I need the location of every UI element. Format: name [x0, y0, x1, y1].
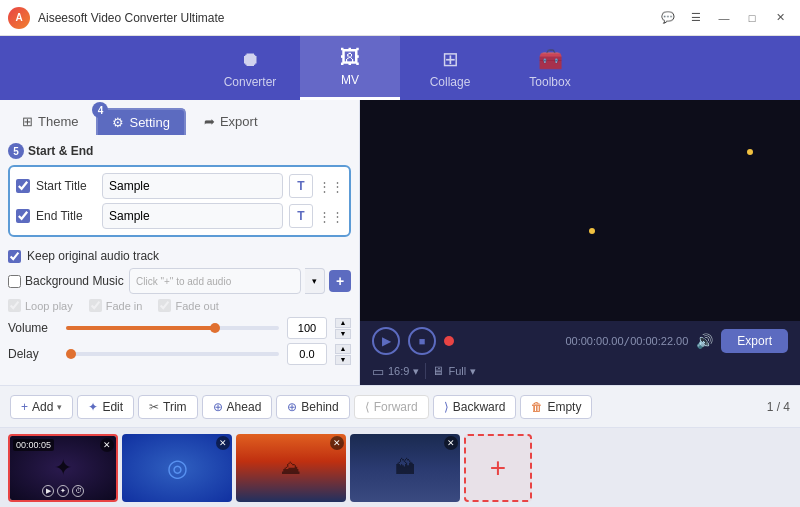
sub-tab-setting-label: Setting	[129, 115, 169, 130]
quality-value: Full	[448, 365, 466, 377]
audio-dropdown-btn[interactable]: ▾	[305, 268, 325, 294]
export-icon: ➦	[204, 114, 215, 129]
start-title-text-btn[interactable]: T	[289, 174, 313, 198]
delay-thumb[interactable]	[66, 349, 76, 359]
chat-button[interactable]: 💬	[656, 6, 680, 30]
filmstrip-thumb-1[interactable]: ✦ 00:00:05 ✕ ▶ ✦ ⏱	[8, 434, 118, 502]
menu-button[interactable]: ☰	[684, 6, 708, 30]
app-logo: A	[8, 7, 30, 29]
time-display: 00:00:00.00/00:00:22.00	[462, 335, 688, 348]
behind-icon: ⊕	[287, 400, 297, 414]
background-music-checkbox[interactable]	[8, 275, 21, 288]
sub-tab-export[interactable]: ➦ Export	[190, 109, 272, 134]
behind-label: Behind	[301, 400, 338, 414]
filmstrip-thumb-2[interactable]: ◎ ✕	[122, 434, 232, 502]
trim-icon: ✂	[149, 400, 159, 414]
end-title-checkbox[interactable]	[16, 209, 30, 223]
start-title-input[interactable]	[102, 173, 283, 199]
delay-track[interactable]	[66, 352, 279, 356]
quality-selector: 🖥 Full ▾	[432, 364, 476, 378]
film-star-dot[interactable]: ✦	[57, 485, 69, 497]
filmstrip-thumb-4[interactable]: 🏔 ✕	[350, 434, 460, 502]
film-controls-1: ▶ ✦ ⏱	[42, 485, 84, 497]
preview-dot-1	[589, 228, 595, 234]
panel-inner: 5 Start & End Start Title T ⋮⋮ End Title	[0, 135, 359, 385]
fade-out-checkbox[interactable]	[158, 299, 171, 312]
film-close-1[interactable]: ✕	[100, 438, 114, 452]
quality-chevron[interactable]: ▾	[470, 365, 476, 378]
volume-icon[interactable]: 🔊	[696, 333, 713, 349]
aspect-chevron[interactable]: ▾	[413, 365, 419, 378]
forward-button[interactable]: ⟨ Forward	[354, 395, 429, 419]
aspect-icon: ▭	[372, 364, 384, 379]
sub-tab-theme[interactable]: ⊞ Theme	[8, 109, 92, 134]
delay-down-btn[interactable]: ▼	[335, 355, 351, 365]
film-close-4[interactable]: ✕	[444, 436, 458, 450]
audio-add-button[interactable]: +	[329, 270, 351, 292]
page-indicator: 1 / 4	[767, 400, 790, 414]
trim-button[interactable]: ✂ Trim	[138, 395, 198, 419]
edit-icon: ✦	[88, 400, 98, 414]
audio-file-input[interactable]: Click "+" to add audio	[129, 268, 301, 294]
app-title: Aiseesoft Video Converter Ultimate	[38, 11, 656, 25]
section-start-end-label: Start & End	[28, 144, 93, 158]
export-preview-button[interactable]: Export	[721, 329, 788, 353]
stop-button[interactable]: ■	[408, 327, 436, 355]
loop-play-option: Loop play	[8, 299, 73, 312]
volume-down-btn[interactable]: ▼	[335, 329, 351, 339]
backward-icon: ⟩	[444, 400, 449, 414]
film-close-3[interactable]: ✕	[330, 436, 344, 450]
time-current: 00:00:00.00	[565, 335, 623, 347]
playback-row1: ▶ ■ 00:00:00.00/00:00:22.00 🔊 Export	[372, 325, 788, 357]
tab-collage[interactable]: ⊞ Collage	[400, 36, 500, 100]
maximize-button[interactable]: □	[740, 6, 764, 30]
play-button[interactable]: ▶	[372, 327, 400, 355]
volume-track[interactable]	[66, 326, 279, 330]
volume-up-btn[interactable]: ▲	[335, 318, 351, 328]
ahead-button[interactable]: ⊕ Ahead	[202, 395, 273, 419]
filmstrip-add-button[interactable]: +	[464, 434, 532, 502]
keep-original-checkbox[interactable]	[8, 250, 21, 263]
delay-up-btn[interactable]: ▲	[335, 344, 351, 354]
film-play-dot[interactable]: ▶	[42, 485, 54, 497]
close-button[interactable]: ✕	[768, 6, 792, 30]
film-close-2[interactable]: ✕	[216, 436, 230, 450]
start-title-checkbox[interactable]	[16, 179, 30, 193]
end-title-input[interactable]	[102, 203, 283, 229]
start-title-drag[interactable]: ⋮⋮	[319, 174, 343, 198]
background-music-row: Background Music Click "+" to add audio …	[8, 268, 351, 294]
sub-tab-setting[interactable]: 4 ⚙ Setting	[96, 108, 185, 135]
tab-mv[interactable]: 🖼 MV	[300, 36, 400, 100]
empty-button[interactable]: 🗑 Empty	[520, 395, 592, 419]
tab-toolbox[interactable]: 🧰 Toolbox	[500, 36, 600, 100]
edit-button[interactable]: ✦ Edit	[77, 395, 134, 419]
ahead-label: Ahead	[227, 400, 262, 414]
volume-value: 100	[287, 317, 327, 339]
end-title-text-btn[interactable]: T	[289, 204, 313, 228]
delay-value: 0.0	[287, 343, 327, 365]
behind-button[interactable]: ⊕ Behind	[276, 395, 349, 419]
delay-label: Delay	[8, 347, 58, 361]
end-title-row: End Title T ⋮⋮	[16, 203, 343, 229]
add-button[interactable]: + Add ▾	[10, 395, 73, 419]
fade-in-checkbox[interactable]	[89, 299, 102, 312]
backward-button[interactable]: ⟩ Backward	[433, 395, 517, 419]
end-title-drag[interactable]: ⋮⋮	[319, 204, 343, 228]
aspect-selector: ▭ 16:9 ▾	[372, 364, 419, 379]
loop-play-label: Loop play	[25, 300, 73, 312]
loop-play-checkbox[interactable]	[8, 299, 21, 312]
tab-converter[interactable]: ⏺ Converter	[200, 36, 300, 100]
left-panel: ⊞ Theme 4 ⚙ Setting ➦ Export 5 Start & E…	[0, 100, 360, 385]
add-label: Add	[32, 400, 53, 414]
bottom-toolbar: + Add ▾ ✦ Edit ✂ Trim ⊕ Ahead ⊕ Behind ⟨…	[0, 385, 800, 427]
backward-label: Backward	[453, 400, 506, 414]
volume-fill	[66, 326, 215, 330]
volume-thumb[interactable]	[210, 323, 220, 333]
tab-converter-label: Converter	[224, 75, 277, 89]
film-clock-dot[interactable]: ⏱	[72, 485, 84, 497]
edit-label: Edit	[102, 400, 123, 414]
forward-label: Forward	[374, 400, 418, 414]
minimize-button[interactable]: —	[712, 6, 736, 30]
filmstrip-thumb-3[interactable]: ⛰ ✕	[236, 434, 346, 502]
trim-label: Trim	[163, 400, 187, 414]
